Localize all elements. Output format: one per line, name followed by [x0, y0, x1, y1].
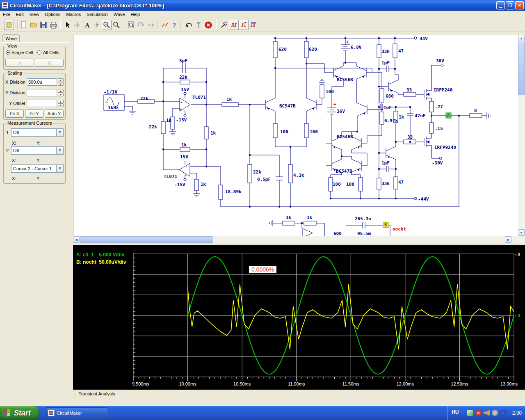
- horizontal-scroll-thumb[interactable]: [80, 236, 213, 243]
- flip-icon: [146, 21, 155, 30]
- volume-tray-icon[interactable]: [484, 410, 490, 416]
- arrow-tool-button[interactable]: [62, 20, 72, 30]
- component-label: -15V: [174, 182, 185, 187]
- menu-wave[interactable]: Wave: [111, 11, 128, 18]
- menu-simulation[interactable]: Simulation: [84, 11, 110, 18]
- radio-single-cell[interactable]: Single Cell: [6, 50, 33, 55]
- text-tool-button[interactable]: A: [82, 20, 92, 30]
- task-label: CircuitMaker: [57, 411, 82, 415]
- language-indicator[interactable]: HU: [452, 409, 459, 415]
- flip-button[interactable]: [146, 20, 156, 30]
- scope-setup-button[interactable]: [239, 20, 249, 30]
- new-button[interactable]: [19, 20, 29, 30]
- fit-y-button[interactable]: Fit Y: [25, 110, 43, 118]
- close-button[interactable]: ✕: [515, 1, 524, 9]
- vertical-scrollbar[interactable]: ▲ ▼: [518, 35, 525, 243]
- y-offset-spinner[interactable]: ▲▼: [58, 100, 64, 107]
- component-label: 4.3k: [293, 173, 304, 178]
- print-button[interactable]: [48, 20, 58, 30]
- cursor-diff-select[interactable]: Cursor 2 - Cursor 1▼: [11, 164, 64, 173]
- waveform-panel[interactable]: A: c3_1 5.000 V/div B: nocht 50.00uV/div…: [73, 245, 525, 390]
- scroll-right-icon[interactable]: ▶: [505, 236, 511, 243]
- zoom-in-tool-button[interactable]: [112, 20, 121, 30]
- fit-view-button[interactable]: [126, 20, 136, 30]
- cell-down-button[interactable]: ▽: [35, 59, 64, 67]
- zero-marker-b: ‹ 0: [515, 252, 520, 257]
- help-button[interactable]: ?: [170, 20, 180, 30]
- security-alert-tray-icon[interactable]: ✕: [475, 410, 482, 416]
- component-label: 600: [333, 231, 342, 236]
- cursor1-select[interactable]: Off▼: [11, 128, 64, 137]
- cell-up-button[interactable]: △: [5, 59, 34, 67]
- component-label: 30V: [436, 58, 444, 64]
- component-label: 15V: [181, 87, 189, 92]
- stop-simulation-button[interactable]: [203, 20, 213, 30]
- component-label: .15: [435, 126, 443, 131]
- y-offset-input[interactable]: [27, 100, 57, 107]
- x-axis-tick-label: 10.50ms: [233, 381, 251, 386]
- component-label: +: [180, 107, 183, 112]
- scroll-up-icon[interactable]: ▲: [518, 35, 525, 41]
- cursor2-dropdown-icon[interactable]: ▼: [56, 147, 63, 154]
- cursor2-select[interactable]: Off▼: [11, 146, 64, 155]
- radio-all-cells[interactable]: All Cells: [37, 50, 59, 55]
- component-label: 1k: [210, 130, 216, 136]
- wire-check-button[interactable]: [160, 20, 170, 30]
- digital-waveform-button[interactable]: [249, 20, 258, 30]
- scroll-down-icon[interactable]: ▼: [518, 229, 525, 236]
- probe-tool-button[interactable]: [219, 20, 229, 30]
- plus-tool-button[interactable]: [72, 20, 82, 30]
- tablet-pen-tray-icon[interactable]: [467, 410, 473, 416]
- rotate-button[interactable]: [136, 20, 146, 30]
- menu-edit[interactable]: Edit: [13, 11, 27, 18]
- menu-file[interactable]: File: [0, 11, 13, 18]
- component-label: -: [180, 100, 183, 105]
- system-tray: HU ✕ 2:30: [447, 406, 525, 420]
- title-bar: CircuitMaker - [C:\Program Files\...\ját…: [0, 0, 525, 11]
- y-division-spinner[interactable]: ▲▼: [58, 89, 64, 96]
- taskbar-item-circuitmaker[interactable]: CircuitMaker: [46, 407, 107, 419]
- cursor2-x-label: X:: [12, 158, 16, 163]
- auto-y-button[interactable]: Auto Y: [45, 110, 64, 118]
- x-division-spinner[interactable]: ▲▼: [58, 78, 64, 86]
- zoom-out-tool-icon: [102, 21, 111, 30]
- menu-help[interactable]: Help: [128, 11, 143, 18]
- radio-single-cell-icon[interactable]: [6, 50, 10, 55]
- y-division-input[interactable]: [27, 89, 57, 96]
- analog-waveform-button[interactable]: [229, 20, 239, 30]
- save-icon: [39, 21, 48, 30]
- menu-options[interactable]: Options: [42, 11, 63, 18]
- cursors-groupbox: Measurement Cursors 1 Off▼ X: Y: 2 Off▼ …: [3, 123, 66, 184]
- schematic-canvas[interactable]: AB-1/1V1kHz22k5pF22k15VTL071-15V1k22k1k1…: [73, 35, 518, 236]
- settings-wrench-button[interactable]: [194, 20, 203, 30]
- menu-macros[interactable]: Macros: [63, 11, 84, 18]
- cursor1-dropdown-icon[interactable]: ▼: [56, 129, 63, 136]
- horizontal-scrollbar[interactable]: ◀ ▶: [73, 236, 518, 243]
- radio-all-cells-icon[interactable]: [37, 50, 41, 55]
- component-label: 680: [386, 94, 394, 99]
- delete-tool-button[interactable]: [92, 20, 102, 30]
- start-button[interactable]: Start: [0, 406, 40, 420]
- restore-button[interactable]: ❐: [506, 1, 514, 9]
- vertical-scroll-thumb[interactable]: [518, 42, 525, 95]
- tab-transient-analysis[interactable]: Transient Analysis: [75, 390, 119, 398]
- fit-x-button[interactable]: Fit X: [5, 110, 24, 118]
- scroll-left-icon[interactable]: ◀: [73, 236, 80, 243]
- undo-button[interactable]: [184, 20, 194, 30]
- open-button[interactable]: [29, 20, 39, 30]
- bluetooth-tray-icon[interactable]: [500, 410, 506, 416]
- minimize-button[interactable]: ▁: [496, 1, 505, 9]
- browse-components-button[interactable]: [4, 20, 14, 30]
- component-label: 1k: [286, 215, 292, 220]
- zoom-out-tool-button[interactable]: [102, 20, 112, 30]
- menu-view[interactable]: View: [27, 11, 42, 18]
- save-button[interactable]: [39, 20, 48, 30]
- tab-wave[interactable]: Wave: [2, 34, 20, 43]
- thd-annotation: 0.0006%: [249, 266, 276, 273]
- component-label: 22k: [253, 169, 261, 175]
- component-label: BC547B: [336, 169, 352, 174]
- speaker-tray-icon[interactable]: [492, 410, 498, 416]
- cursor-diff-dropdown-icon[interactable]: ▼: [56, 165, 63, 172]
- rotate-icon: [137, 21, 146, 30]
- x-division-input[interactable]: 500.0u: [27, 78, 57, 86]
